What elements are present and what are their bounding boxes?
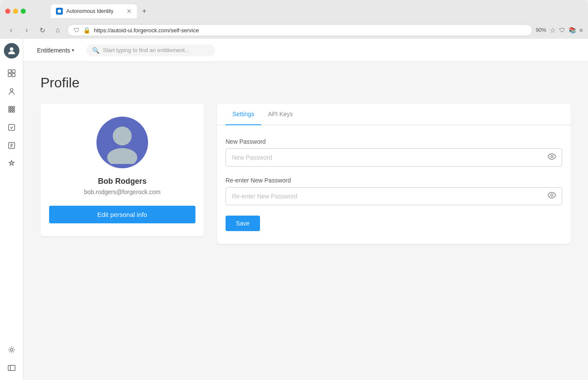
page-title: Profile (40, 75, 571, 91)
svg-point-6 (10, 89, 13, 91)
toggle-re-enter-password-visibility-icon[interactable] (548, 191, 556, 202)
svg-point-9 (13, 106, 15, 108)
sidebar-item-rules[interactable] (4, 156, 19, 171)
content-layout: Bob Rodgers bob.rodgers@forgerock.com Ed… (40, 104, 571, 244)
menu-icon[interactable]: ≡ (579, 27, 583, 34)
new-password-input[interactable] (226, 148, 562, 167)
library-icon: 📚 (569, 27, 576, 34)
svg-rect-5 (12, 74, 15, 77)
settings-panel: Settings API Keys New Password (217, 104, 571, 244)
user-name: Bob Rodgers (98, 177, 146, 186)
svg-rect-2 (8, 70, 11, 73)
user-email: bob.rodgers@forgerock.com (84, 188, 161, 195)
svg-point-24 (113, 127, 132, 145)
dropdown-chevron-icon: ▾ (72, 48, 74, 53)
sidebar-item-reports[interactable] (4, 138, 19, 153)
sidebar-item-apps[interactable] (4, 102, 19, 117)
browser-toolbar: ‹ › ↻ ⌂ 🛡 🔒 https://autoid-ui.forgerock.… (0, 22, 588, 39)
svg-point-1 (10, 47, 13, 51)
svg-point-7 (9, 106, 10, 108)
svg-point-13 (9, 111, 10, 112)
svg-point-25 (107, 148, 137, 164)
home-button[interactable]: ⌂ (52, 24, 64, 36)
toggle-new-password-visibility-icon[interactable] (548, 152, 556, 163)
url-display[interactable]: https://autoid-ui.forgerock.com/self-ser… (94, 27, 526, 34)
app-container: Entitlements ▾ 🔍 Start typing to find an… (0, 39, 588, 380)
tab-api-keys[interactable]: API Keys (261, 104, 300, 125)
svg-point-12 (13, 108, 15, 110)
zoom-level: 90% (536, 27, 546, 33)
bookmark-star-icon[interactable]: ☆ (550, 26, 556, 34)
svg-point-11 (11, 108, 12, 110)
re-enter-password-wrapper (226, 187, 562, 205)
new-password-label: New Password (226, 138, 562, 145)
minimize-window-button[interactable] (13, 9, 18, 14)
back-button[interactable]: ‹ (5, 24, 17, 36)
close-tab-button[interactable]: ✕ (127, 8, 132, 15)
browser-titlebar: Autonomous Identity ✕ + (0, 0, 588, 22)
tab-title: Autonomous Identity (66, 8, 123, 14)
address-bar[interactable]: 🛡 🔒 https://autoid-ui.forgerock.com/self… (67, 24, 532, 36)
search-placeholder: Start typing to find an entitlement... (103, 47, 189, 53)
avatar (96, 117, 148, 168)
search-icon: 🔍 (92, 47, 99, 54)
svg-point-8 (11, 106, 12, 108)
browser-chrome: Autonomous Identity ✕ + ‹ › ↻ ⌂ 🛡 🔒 http… (0, 0, 588, 39)
lock-icon: 🔒 (83, 27, 90, 34)
svg-rect-3 (12, 70, 15, 73)
sidebar-item-collapse[interactable] (4, 360, 19, 376)
sidebar (0, 39, 23, 380)
edit-personal-info-button[interactable]: Edit personal info (49, 206, 195, 223)
maximize-window-button[interactable] (21, 9, 26, 14)
re-enter-password-label: Re-enter New Password (226, 177, 562, 184)
svg-point-27 (551, 194, 553, 196)
tabs: Settings API Keys (217, 104, 571, 125)
svg-point-21 (10, 349, 13, 351)
forward-button[interactable]: › (21, 24, 33, 36)
new-tab-button[interactable]: + (139, 5, 150, 18)
tab-settings[interactable]: Settings (226, 104, 261, 125)
profile-card: Bob Rodgers bob.rodgers@forgerock.com Ed… (40, 104, 204, 236)
svg-point-26 (551, 155, 553, 158)
new-password-wrapper (226, 148, 562, 167)
entitlements-label: Entitlements (37, 47, 70, 54)
svg-point-14 (11, 111, 12, 112)
svg-rect-4 (8, 74, 11, 77)
save-button[interactable]: Save (226, 216, 260, 231)
svg-rect-22 (8, 365, 15, 371)
browser-right-icons: 🛡 📚 ≡ (559, 27, 583, 34)
main-content: Profile Bob Rodgers bob.rodgers@forgeroc… (23, 62, 588, 380)
tab-content-settings: New Password Re-enter New Password (217, 125, 571, 244)
re-enter-password-input[interactable] (226, 187, 562, 205)
tab-favicon (56, 8, 63, 15)
close-window-button[interactable] (5, 9, 10, 14)
search-bar[interactable]: 🔍 Start typing to find an entitlement... (86, 44, 215, 56)
svg-rect-16 (9, 124, 15, 130)
sidebar-item-dashboard[interactable] (4, 65, 19, 81)
active-browser-tab[interactable]: Autonomous Identity ✕ (51, 4, 137, 18)
svg-point-15 (13, 111, 15, 112)
shield-guard-icon: 🛡 (559, 27, 565, 34)
sidebar-item-tasks[interactable] (4, 120, 19, 135)
svg-point-0 (58, 9, 61, 13)
top-navigation: Entitlements ▾ 🔍 Start typing to find an… (23, 39, 588, 62)
window-controls (5, 9, 26, 14)
sidebar-item-settings[interactable] (4, 342, 19, 358)
sidebar-item-users[interactable] (4, 83, 19, 99)
shield-icon: 🛡 (74, 27, 80, 34)
refresh-button[interactable]: ↻ (36, 24, 48, 36)
svg-point-10 (9, 108, 10, 110)
entitlements-dropdown[interactable]: Entitlements ▾ (32, 44, 79, 56)
user-avatar[interactable] (4, 43, 19, 59)
